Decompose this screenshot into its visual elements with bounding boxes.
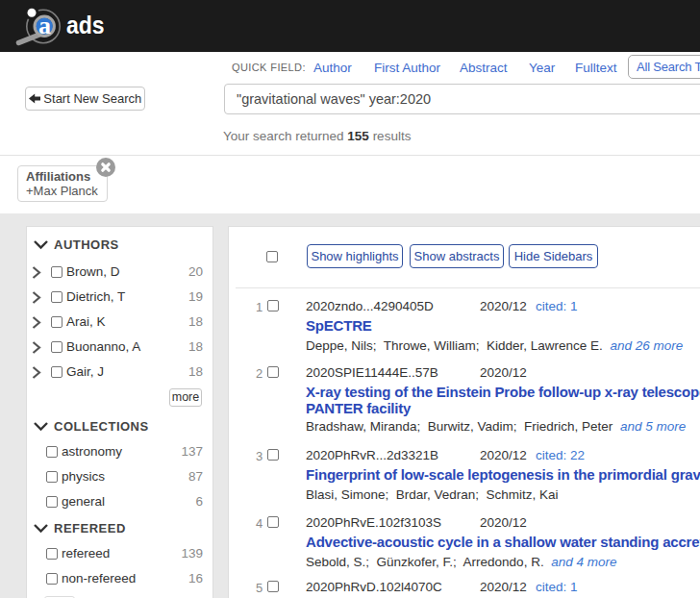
svg-text:a: a — [38, 12, 51, 39]
